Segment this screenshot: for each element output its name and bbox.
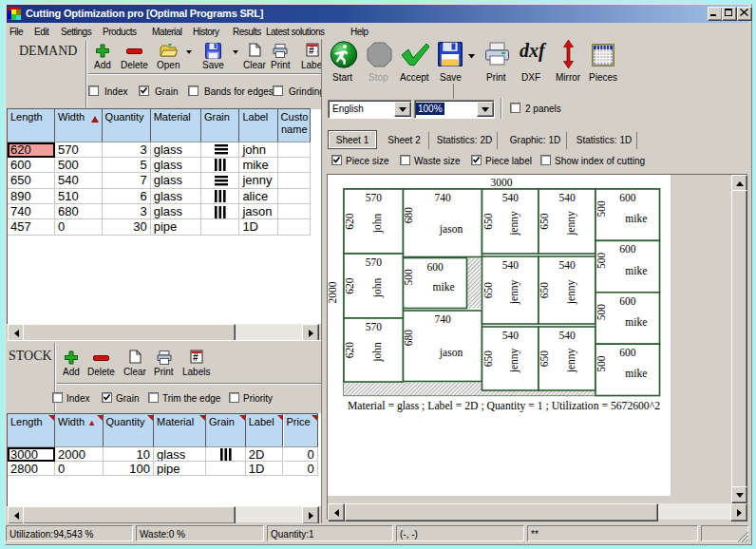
svg-text:620: 620 xyxy=(344,213,355,230)
svg-text:600: 600 xyxy=(619,295,636,307)
svg-text:jenny: jenny xyxy=(565,348,577,373)
svg-text:jenny: jenny xyxy=(565,211,577,237)
svg-text:540: 540 xyxy=(558,330,576,341)
svg-text:500: 500 xyxy=(595,355,607,372)
svg-text:570: 570 xyxy=(366,192,383,203)
svg-text:740: 740 xyxy=(434,313,451,325)
svg-text:500: 500 xyxy=(404,269,415,286)
svg-text:jason: jason xyxy=(439,223,463,236)
svg-text:500: 500 xyxy=(595,200,607,218)
svg-text:680: 680 xyxy=(404,207,415,224)
svg-text:650: 650 xyxy=(539,350,550,368)
svg-text:2000: 2000 xyxy=(328,281,338,303)
svg-text:540: 540 xyxy=(502,330,520,341)
svg-text:540: 540 xyxy=(502,192,520,203)
svg-text:570: 570 xyxy=(366,256,383,268)
svg-text:#: # xyxy=(309,46,314,56)
svg-text:650: 650 xyxy=(482,282,494,299)
svg-text:600: 600 xyxy=(619,243,636,255)
svg-text:jenny: jenny xyxy=(508,279,520,305)
svg-text:740: 740 xyxy=(434,192,451,203)
svg-text:650: 650 xyxy=(482,350,494,368)
svg-text:jenny: jenny xyxy=(508,211,520,237)
svg-text:620: 620 xyxy=(344,342,355,359)
svg-text:mike: mike xyxy=(625,316,647,328)
svg-text:570: 570 xyxy=(366,321,383,332)
svg-text:680: 680 xyxy=(404,330,415,347)
svg-text:3000: 3000 xyxy=(491,177,513,188)
svg-text:jason: jason xyxy=(439,347,463,359)
svg-text:650: 650 xyxy=(539,282,550,299)
svg-text:mike: mike xyxy=(625,213,647,224)
svg-text:Material = glass ; Label = 2D: Material = glass ; Label = 2D ; Quantity… xyxy=(348,399,660,412)
svg-text:jenny: jenny xyxy=(565,279,577,305)
svg-text:540: 540 xyxy=(558,192,576,203)
svg-text:620: 620 xyxy=(344,277,355,294)
svg-text:600: 600 xyxy=(619,347,636,358)
svg-text:500: 500 xyxy=(595,252,607,269)
svg-text:540: 540 xyxy=(502,259,520,271)
svg-text:600: 600 xyxy=(619,192,636,203)
svg-text:540: 540 xyxy=(558,259,576,271)
svg-text:650: 650 xyxy=(482,213,494,230)
svg-text:jenny: jenny xyxy=(508,348,520,373)
svg-text:mike: mike xyxy=(625,368,647,379)
svg-text:650: 650 xyxy=(539,213,550,230)
svg-text:john: john xyxy=(371,214,384,235)
svg-text:500: 500 xyxy=(595,304,607,321)
svg-text:mike: mike xyxy=(433,281,455,293)
svg-text:mike: mike xyxy=(625,265,647,276)
svg-text:600: 600 xyxy=(426,261,444,273)
svg-text:#: # xyxy=(193,352,198,363)
svg-text:john: john xyxy=(371,342,384,363)
svg-text:john: john xyxy=(371,278,384,299)
